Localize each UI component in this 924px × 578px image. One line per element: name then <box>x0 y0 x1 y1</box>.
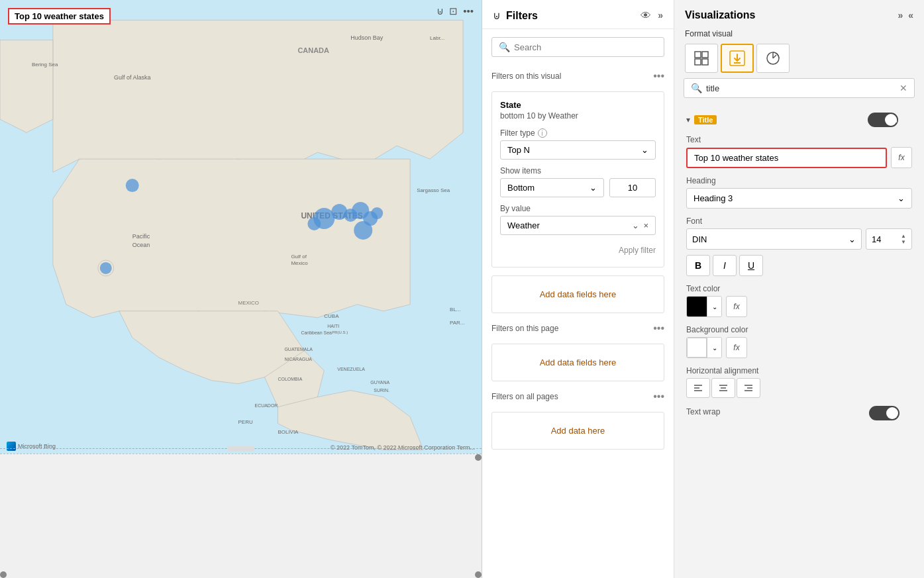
title-text-input[interactable] <box>686 148 887 168</box>
svg-text:BOLIVIA: BOLIVIA <box>278 429 299 435</box>
visualizations-panel: Visualizations » « Format visual <box>674 0 924 578</box>
resize-handle-bl[interactable] <box>0 571 7 578</box>
svg-text:GUYANA: GUYANA <box>370 380 389 385</box>
svg-text:GUATEMALA: GUATEMALA <box>284 347 313 352</box>
bg-color-swatch-box[interactable]: ⌄ <box>686 337 722 358</box>
bg-color-dropdown-btn[interactable]: ⌄ <box>707 338 721 358</box>
analytics-icon <box>765 50 781 66</box>
text-color-swatch-box[interactable]: ⌄ <box>686 296 722 317</box>
viz-search-input[interactable] <box>706 83 896 93</box>
filter-search-box[interactable]: 🔍 <box>491 37 664 57</box>
by-value-select[interactable]: Weather ⌄ × <box>500 216 656 235</box>
filter-type-select[interactable]: Top N ⌄ <box>500 140 656 160</box>
italic-button[interactable]: I <box>713 255 737 276</box>
bg-color-fx-button[interactable]: fx <box>726 337 747 358</box>
h-align-row: Horizontal alignment <box>686 366 912 398</box>
align-left-button[interactable] <box>686 378 710 398</box>
apply-filter-button[interactable]: Apply filter <box>500 242 656 259</box>
svg-text:COLOMBIA: COLOMBIA <box>278 377 302 381</box>
collapse-left-icon[interactable]: « <box>908 10 913 21</box>
h-align-label: Horizontal alignment <box>686 366 912 375</box>
filter-card-subtitle: bottom 10 by Weather <box>500 111 656 120</box>
align-buttons[interactable] <box>686 378 912 398</box>
title-section: ▾ Title On Text fx Heading Heading 3 <box>684 107 915 436</box>
filters-on-page-more[interactable]: ••• <box>653 322 664 334</box>
filters-on-visual-header[interactable]: Filters on this visual ••• <box>482 65 674 87</box>
font-size-input[interactable]: 14 ▲ ▼ <box>866 228 912 250</box>
map-title: Top 10 weather states <box>8 8 111 24</box>
filter-type-row: Filter type i Top N ⌄ <box>500 128 656 160</box>
align-center-button[interactable] <box>711 378 735 398</box>
show-items-row: Show items Bottom ⌄ <box>500 166 656 197</box>
by-value-label: By value <box>500 204 656 213</box>
filters-all-pages-label: Filters on all pages <box>491 392 558 401</box>
filters-all-pages-more[interactable]: ••• <box>653 391 664 403</box>
filters-header-icons[interactable]: 👁 » <box>641 10 663 22</box>
focus-icon[interactable]: ⊡ <box>449 5 458 17</box>
heading-dropdown[interactable]: Heading 3 ⌄ <box>686 188 912 209</box>
font-field-label: Font <box>686 217 912 226</box>
close-icon[interactable]: × <box>643 220 648 230</box>
expand-right-icon[interactable]: » <box>898 10 903 21</box>
chevron-down-icon[interactable]: ⌄ <box>632 220 639 230</box>
svg-point-35 <box>307 217 321 230</box>
title-section-header[interactable]: ▾ Title On <box>684 107 915 132</box>
font-family-dropdown[interactable]: DIN ⌄ <box>686 228 862 250</box>
filter-search-input[interactable] <box>514 42 657 52</box>
filters-all-pages-header[interactable]: Filters on all pages ••• <box>482 385 674 408</box>
toggle-knob <box>885 114 897 126</box>
text-fx-button[interactable]: fx <box>891 147 912 168</box>
resize-handle-br[interactable] <box>475 571 482 578</box>
add-data-fields-visual[interactable]: Add data fields here <box>491 275 664 313</box>
align-right-button[interactable] <box>737 378 760 398</box>
title-badge: Title <box>694 115 717 124</box>
spin-down-icon[interactable]: ▼ <box>901 239 906 245</box>
svg-text:MEXICO: MEXICO <box>238 300 259 306</box>
map-resize-handle[interactable] <box>0 448 482 454</box>
format-visual-label: Format visual <box>674 28 924 44</box>
title-toggle[interactable] <box>868 113 898 127</box>
viz-header-icons[interactable]: » « <box>898 10 913 21</box>
viz-search-clear-icon[interactable]: ✕ <box>899 83 907 93</box>
svg-text:Bering Sea: Bering Sea <box>32 62 58 68</box>
bg-color-swatch[interactable] <box>687 338 707 358</box>
viz-title: Visualizations <box>685 9 892 21</box>
search-icon: 🔍 <box>499 42 510 52</box>
svg-point-36 <box>354 221 372 240</box>
underline-button[interactable]: U <box>739 255 763 276</box>
filter-icon[interactable]: ⊍ <box>436 5 444 17</box>
show-items-direction-select[interactable]: Bottom ⌄ <box>500 178 604 197</box>
viz-tabs[interactable] <box>674 44 924 73</box>
eye-icon[interactable]: 👁 <box>641 10 651 22</box>
spin-up-icon[interactable]: ▲ <box>901 233 906 239</box>
svg-text:CANADA: CANADA <box>297 46 329 54</box>
tab-format[interactable] <box>721 44 754 73</box>
chevron-down-icon: ⌄ <box>898 193 905 203</box>
viz-search-box[interactable]: 🔍 ✕ <box>684 78 915 98</box>
tab-grid[interactable] <box>685 44 718 73</box>
font-field-row: Font DIN ⌄ 14 ▲ ▼ B <box>686 217 912 276</box>
filters-panel: ⊍ Filters 👁 » 🔍 Filters on this visual •… <box>482 0 674 578</box>
tab-analytics[interactable] <box>756 44 790 73</box>
bold-button[interactable]: B <box>686 255 710 276</box>
bg-color-label: Background color <box>686 325 912 334</box>
svg-text:Mexico: Mexico <box>291 260 308 266</box>
text-color-fx-button[interactable]: fx <box>726 296 747 317</box>
expand-icon[interactable]: » <box>658 10 663 22</box>
add-data-fields-all[interactable]: Add data here <box>491 412 664 450</box>
svg-point-37 <box>126 179 139 192</box>
bg-color-row: Background color ⌄ fx <box>686 325 912 358</box>
more-options-icon[interactable]: ••• <box>463 5 474 17</box>
filters-header: ⊍ Filters 👁 » <box>482 0 674 29</box>
filters-on-visual-more[interactable]: ••• <box>653 70 664 82</box>
text-color-label: Text color <box>686 284 912 293</box>
text-color-dropdown-btn[interactable]: ⌄ <box>707 297 721 316</box>
resize-handle-tr[interactable] <box>475 454 482 461</box>
info-icon[interactable]: i <box>538 128 547 138</box>
add-data-fields-page[interactable]: Add data fields here <box>491 344 664 381</box>
filters-on-page-header[interactable]: Filters on this page ••• <box>482 317 674 340</box>
show-items-count-input[interactable] <box>609 178 656 197</box>
text-wrap-toggle[interactable] <box>869 406 899 420</box>
text-color-swatch[interactable] <box>687 297 707 316</box>
map-toolbar[interactable]: ⊍ ⊡ ••• <box>436 5 474 17</box>
